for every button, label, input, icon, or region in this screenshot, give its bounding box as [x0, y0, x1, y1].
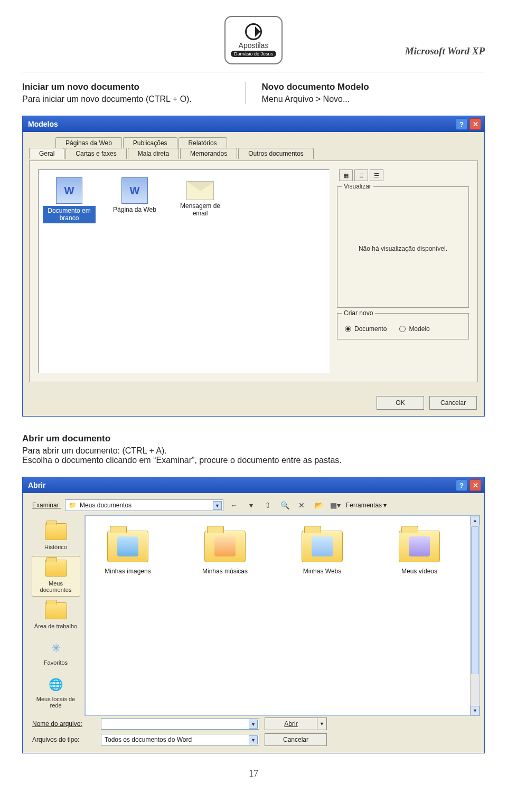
page-number: 17	[22, 768, 485, 779]
vertical-scrollbar[interactable]: ▲ ▼	[470, 516, 480, 715]
cancelar-button[interactable]: Cancelar	[265, 733, 327, 746]
place-favoritos[interactable]: ✳ Favoritos	[32, 635, 80, 669]
arquivos-tipo-combo[interactable]: Todos os documentos do Word ▼	[101, 734, 259, 745]
tab-relatorios[interactable]: Relatórios	[179, 137, 227, 148]
word-doc-icon	[56, 177, 82, 204]
close-button[interactable]: ✕	[470, 479, 481, 491]
folder-minhas-imagens[interactable]: Minhas imagens	[96, 531, 159, 575]
history-dropdown[interactable]: ▾	[245, 499, 257, 511]
back-button[interactable]: ←	[228, 499, 240, 511]
create-new-group: Criar novo Documento Modelo	[337, 313, 469, 339]
scroll-up-icon[interactable]: ▲	[471, 516, 480, 525]
scroll-thumb[interactable]	[471, 526, 479, 674]
tools-menu[interactable]: Ferramentas ▾	[346, 502, 387, 509]
abrir-title: Abrir	[28, 481, 45, 489]
place-meus-locais-de-rede[interactable]: 🌐 Meus locais de rede	[32, 672, 80, 712]
document-running-title: Microsoft Word XP	[405, 45, 485, 57]
folder-icon	[302, 531, 343, 562]
preview-box: Visualizar Não há visualização disponíve…	[337, 186, 469, 308]
file-list[interactable]: Minhas imagens Minhas músicas Minhas Web…	[85, 515, 480, 716]
template-list: Documento em branco Página da Web Mensag…	[38, 169, 330, 373]
logo-text-1: Apostilas	[239, 41, 269, 50]
folder-icon	[399, 531, 440, 562]
template-label: Documento em branco	[43, 206, 96, 223]
examinar-value: Meus documentos	[80, 502, 132, 509]
place-label: Meus locais de rede	[36, 696, 75, 709]
help-button[interactable]: ?	[456, 118, 467, 130]
logo-text-2: Damásio de Jesus	[231, 51, 276, 57]
place-historico[interactable]: Histórico	[32, 520, 80, 554]
folder-minhas-musicas[interactable]: Minhas músicas	[193, 531, 257, 575]
nome-arquivo-combo[interactable]: ▼	[101, 718, 259, 730]
examinar-combo[interactable]: 📁 Meus documentos ▼	[65, 499, 223, 511]
chevron-down-icon: ▼	[213, 501, 222, 510]
place-label: Meus documentos	[40, 580, 72, 593]
abrir-button[interactable]: Abrir	[265, 717, 317, 730]
folder-meus-videos[interactable]: Meus vídeos	[388, 531, 451, 575]
folder-label: Minhas imagens	[105, 568, 151, 575]
text-novo-modelo: Menu Arquivo > Novo...	[262, 95, 475, 104]
preview-empty-text: Não há visualização disponível.	[359, 245, 447, 252]
tab-outros-documentos[interactable]: Outros documentos	[238, 148, 314, 159]
template-pagina-da-web[interactable]: Página da Web	[108, 177, 161, 213]
ok-button[interactable]: OK	[377, 396, 424, 410]
tab-publicacoes[interactable]: Publicações	[123, 137, 177, 148]
folder-icon	[45, 523, 67, 540]
place-label: Favoritos	[44, 659, 68, 666]
delete-button[interactable]: ✕	[295, 499, 308, 511]
screenshot-abrir-dialog: Abrir ? ✕ Examinar: 📁 Meus documentos ▼ …	[22, 477, 485, 753]
create-new-legend: Criar novo	[342, 309, 375, 317]
help-button[interactable]: ?	[456, 479, 467, 491]
screenshot-modelos-dialog: Modelos ? ✕ Páginas da Web Publicações R…	[22, 116, 485, 417]
radio-label: Modelo	[409, 325, 429, 333]
view-large-icons-button[interactable]: ▦	[339, 169, 353, 181]
folder-label: Minhas Webs	[303, 568, 341, 575]
tab-paginas-web[interactable]: Páginas da Web	[55, 137, 122, 148]
template-documento-em-branco[interactable]: Documento em branco	[43, 177, 96, 223]
folder-icon	[107, 531, 148, 562]
place-meus-documentos[interactable]: Meus documentos	[32, 556, 80, 597]
places-bar: Histórico Meus documentos Área de trabal…	[27, 515, 85, 716]
place-label: Histórico	[44, 544, 67, 550]
tab-memorandos[interactable]: Memorandos	[180, 148, 237, 159]
folder-label: Meus vídeos	[401, 568, 437, 575]
view-details-button[interactable]: ☰	[370, 169, 383, 181]
tab-mala-direta[interactable]: Mala direta	[128, 148, 179, 159]
folder-icon	[45, 560, 67, 577]
close-button[interactable]: ✕	[470, 118, 481, 130]
radio-dot-icon	[399, 326, 406, 332]
scroll-down-icon[interactable]: ▼	[471, 706, 480, 715]
heading-abrir-documento: Abrir um documento	[22, 433, 485, 444]
chevron-down-icon: ▼	[249, 720, 258, 729]
text-abrir-2: Escolha o documento clicando em “Examina…	[22, 456, 485, 465]
nome-arquivo-label: Nome do arquivo:	[32, 720, 96, 728]
search-web-button[interactable]: 🔍	[278, 499, 291, 511]
folder-minhas-webs[interactable]: Minhas Webs	[290, 531, 354, 575]
up-one-level-button[interactable]: ⇧	[261, 499, 274, 511]
tab-geral[interactable]: Geral	[29, 148, 64, 159]
abrir-split-button[interactable]: ▼	[317, 717, 327, 730]
heading-novo-modelo: Novo documento Modelo	[262, 82, 475, 92]
template-mensagem-email[interactable]: Mensagem de email	[174, 177, 227, 218]
modelos-titlebar: Modelos ? ✕	[23, 116, 484, 132]
radio-documento[interactable]: Documento	[345, 325, 387, 333]
arquivos-tipo-value: Todos os documentos do Word	[105, 736, 192, 743]
desktop-icon	[45, 602, 67, 619]
new-folder-button[interactable]: 📂	[312, 499, 325, 511]
template-label: Página da Web	[113, 206, 156, 213]
radio-modelo[interactable]: Modelo	[399, 325, 429, 333]
cancel-button[interactable]: Cancelar	[429, 396, 477, 410]
template-label: Mensagem de email	[174, 202, 227, 218]
heading-iniciar: Iniciar um novo documento	[22, 82, 235, 92]
text-abrir-1: Para abrir um documento: (CTRL + A).	[22, 446, 485, 456]
arquivos-tipo-label: Arquivos do tipo:	[32, 736, 96, 743]
views-button[interactable]: ▦▾	[329, 499, 342, 511]
tab-cartas-faxes[interactable]: Cartas e faxes	[65, 148, 126, 159]
place-area-de-trabalho[interactable]: Área de trabalho	[32, 599, 80, 633]
view-list-button[interactable]: ≣	[354, 169, 368, 181]
modelos-tabs: Páginas da Web Publicações Relatórios Ge…	[29, 137, 478, 160]
logo-mark-icon	[245, 23, 262, 40]
folder-icon	[204, 531, 246, 562]
radio-dot-icon	[345, 326, 351, 332]
header-rule	[22, 72, 485, 72]
